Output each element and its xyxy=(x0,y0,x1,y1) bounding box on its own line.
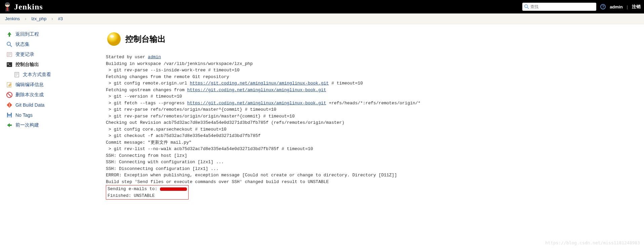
svg-rect-25 xyxy=(8,113,11,114)
header-right: ? admin | 注销 xyxy=(522,3,641,11)
svg-point-28 xyxy=(110,35,114,38)
svg-line-5 xyxy=(527,7,529,9)
sidebar-item-label: 删除本次生成 xyxy=(15,92,44,98)
svg-point-27 xyxy=(107,32,121,46)
svg-line-7 xyxy=(10,45,12,47)
logo-section[interactable]: Jenkins xyxy=(3,1,522,12)
breadcrumb: Jenkins › lzx_php › #3 xyxy=(0,13,644,24)
sidebar-item-label: 编辑编译信息 xyxy=(15,82,44,88)
user-link[interactable]: admin xyxy=(610,4,622,9)
console-output: Started by user admin Building in worksp… xyxy=(106,54,639,200)
document-icon xyxy=(13,71,20,78)
sidebar-item-plain-text[interactable]: 文本方式查看 xyxy=(3,70,97,80)
breadcrumb-separator: › xyxy=(25,16,26,21)
breadcrumb-item-build[interactable]: #3 xyxy=(58,16,63,21)
sidebar-item-label: Git Build Data xyxy=(15,102,44,108)
svg-point-2 xyxy=(8,4,9,5)
svg-point-4 xyxy=(525,5,528,8)
sidebar-item-label: 状态集 xyxy=(15,41,30,47)
top-header: Jenkins ? admin | 注销 xyxy=(0,0,644,13)
up-arrow-icon xyxy=(6,31,13,38)
console-link-fetch-url[interactable]: https://git.coding.net/aminglinux/amingl… xyxy=(187,87,326,93)
sidebar-item-git-build-data[interactable]: Git Build Data xyxy=(3,100,97,110)
svg-point-6 xyxy=(7,42,10,45)
sidebar-item-edit-build-info[interactable]: 编辑编译信息 xyxy=(3,80,97,90)
save-icon xyxy=(6,112,13,118)
changes-icon xyxy=(6,51,13,58)
search-icon xyxy=(524,4,529,9)
breadcrumb-separator: › xyxy=(51,16,53,21)
main-layout: 返回到工程 状态集 变更记录 >_ 控制台输出 文本方式查看 编辑编译信息 删除… xyxy=(0,24,644,206)
sidebar: 返回到工程 状态集 变更记录 >_ 控制台输出 文本方式查看 编辑编译信息 删除… xyxy=(0,24,101,206)
svg-rect-14 xyxy=(15,72,19,77)
page-title: 控制台输出 xyxy=(125,34,166,44)
notepad-icon xyxy=(6,81,13,88)
logo-text: Jenkins xyxy=(14,2,43,11)
email-highlight-box: Sending e-mails to: Finished: UNSTABLE xyxy=(106,185,189,200)
svg-text:>_: >_ xyxy=(7,63,11,66)
sidebar-item-label: 返回到工程 xyxy=(15,31,39,37)
redacted-email xyxy=(160,187,187,191)
sidebar-item-label: 文本方式查看 xyxy=(23,72,51,78)
console-user-link[interactable]: admin xyxy=(148,55,161,60)
sidebar-item-no-tags[interactable]: No Tags xyxy=(3,110,97,120)
help-icon[interactable]: ? xyxy=(600,4,606,9)
search-icon xyxy=(6,41,13,48)
sidebar-item-label: 前一次构建 xyxy=(15,122,39,128)
sidebar-item-delete-build[interactable]: 删除本次生成 xyxy=(3,90,97,100)
svg-rect-3 xyxy=(7,7,8,11)
jenkins-logo-icon xyxy=(3,1,11,12)
left-arrow-icon xyxy=(6,122,13,129)
sidebar-item-console-output[interactable]: >_ 控制台输出 xyxy=(3,60,97,70)
sidebar-item-back-to-project[interactable]: 返回到工程 xyxy=(3,29,97,39)
breadcrumb-item-jenkins[interactable]: Jenkins xyxy=(5,16,20,21)
sidebar-item-changes[interactable]: 变更记录 xyxy=(3,49,97,60)
terminal-icon: >_ xyxy=(6,61,13,68)
svg-line-20 xyxy=(8,93,11,97)
svg-rect-26 xyxy=(8,115,11,117)
header-separator: | xyxy=(627,4,628,9)
main-content: 控制台输出 Started by user admin Building in … xyxy=(101,24,644,206)
sidebar-item-previous-build[interactable]: 前一次构建 xyxy=(3,120,97,130)
search-box[interactable] xyxy=(522,3,596,11)
logout-link[interactable]: 注销 xyxy=(632,4,641,10)
breadcrumb-item-job[interactable]: lzx_php xyxy=(31,16,46,21)
page-title-row: 控制台输出 xyxy=(106,31,639,47)
delete-icon xyxy=(6,92,13,98)
sidebar-item-label: 控制台输出 xyxy=(15,62,39,68)
build-status-ball-icon xyxy=(106,31,122,47)
console-link-fetch-progress-url[interactable]: https://git.coding.net/aminglinux/amingl… xyxy=(187,101,326,106)
git-icon xyxy=(6,102,13,108)
console-link-git-config-url[interactable]: https://git.coding.net/aminglinux/amingl… xyxy=(190,81,329,86)
sidebar-item-status[interactable]: 状态集 xyxy=(3,39,97,49)
svg-point-1 xyxy=(6,4,7,5)
sidebar-item-label: 变更记录 xyxy=(15,51,34,58)
sidebar-item-label: No Tags xyxy=(15,112,33,118)
search-input[interactable] xyxy=(529,4,594,9)
